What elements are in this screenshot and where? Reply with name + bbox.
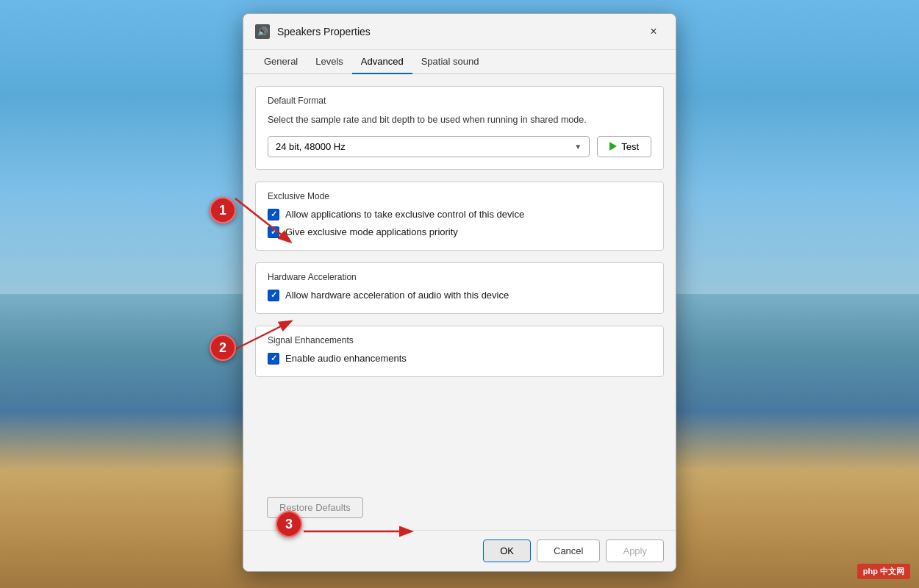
exclusive-control-label: Allow applications to take exclusive con… — [285, 209, 524, 220]
tab-levels[interactable]: Levels — [307, 50, 352, 74]
signal-enhancements-label: Signal Enhancements — [268, 335, 651, 345]
apply-button[interactable]: Apply — [606, 539, 664, 562]
annotation-2: 2 — [210, 334, 236, 361]
test-button-label: Test — [621, 141, 639, 152]
signal-enhancements-section: Signal Enhancements Enable audio enhance… — [255, 326, 664, 377]
hw-accel-row: Allow hardware acceleration of audio wit… — [268, 290, 651, 301]
exclusive-priority-row: Give exclusive mode applications priorit… — [268, 226, 651, 238]
play-icon — [609, 142, 617, 151]
format-dropdown-value: 24 bit, 48000 Hz — [276, 141, 346, 152]
exclusive-mode-section: Exclusive Mode Allow applications to tak… — [255, 182, 664, 251]
test-button[interactable]: Test — [597, 136, 651, 157]
dialog-content: Default Format Select the sample rate an… — [243, 74, 676, 497]
title-bar: 🔊 Speakers Properties × — [243, 14, 676, 50]
exclusive-priority-checkbox[interactable] — [268, 226, 279, 238]
speakers-properties-dialog: 🔊 Speakers Properties × General Levels A… — [243, 13, 676, 572]
tabs-container: General Levels Advanced Spatial sound — [243, 50, 676, 74]
default-format-description: Select the sample rate and bit depth to … — [268, 113, 651, 127]
exclusive-control-checkbox[interactable] — [268, 209, 279, 220]
exclusive-priority-label: Give exclusive mode applications priorit… — [285, 226, 458, 237]
exclusive-mode-label: Exclusive Mode — [268, 191, 651, 201]
close-button[interactable]: × — [643, 21, 664, 42]
chevron-down-icon: ▼ — [574, 143, 582, 151]
restore-defaults-container: Restore Defaults — [243, 497, 676, 530]
default-format-section: Default Format Select the sample rate an… — [255, 86, 664, 170]
hw-accel-label: Allow hardware acceleration of audio wit… — [285, 290, 509, 301]
audio-enhance-checkbox[interactable] — [268, 353, 279, 365]
tab-spatial-sound[interactable]: Spatial sound — [412, 50, 488, 74]
format-dropdown-row: 24 bit, 48000 Hz ▼ Test — [268, 136, 651, 157]
audio-enhance-row: Enable audio enhancements — [268, 353, 651, 365]
annotation-3: 3 — [276, 511, 302, 537]
hardware-acceleration-label: Hardware Acceleration — [268, 272, 651, 282]
dialog-footer: OK Cancel Apply — [243, 530, 676, 571]
exclusive-control-row: Allow applications to take exclusive con… — [268, 209, 651, 220]
tab-advanced[interactable]: Advanced — [352, 50, 412, 74]
format-dropdown[interactable]: 24 bit, 48000 Hz ▼ — [268, 136, 590, 157]
tab-general[interactable]: General — [255, 50, 307, 74]
hw-accel-checkbox[interactable] — [268, 290, 279, 301]
default-format-label: Default Format — [268, 96, 651, 106]
cancel-button[interactable]: Cancel — [537, 539, 600, 562]
annotation-1: 1 — [210, 197, 236, 223]
audio-enhance-label: Enable audio enhancements — [285, 353, 407, 364]
dialog-title: Speakers Properties — [277, 26, 643, 37]
watermark: php 中文网 — [857, 564, 910, 579]
speaker-icon: 🔊 — [255, 24, 270, 39]
ok-button[interactable]: OK — [483, 539, 531, 562]
hardware-acceleration-section: Hardware Acceleration Allow hardware acc… — [255, 262, 664, 314]
